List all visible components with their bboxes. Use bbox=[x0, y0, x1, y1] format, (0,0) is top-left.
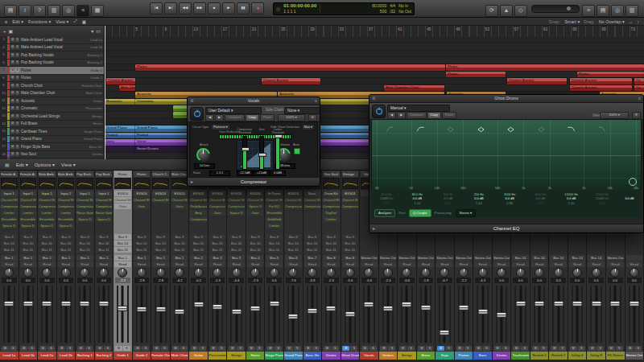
solo-button[interactable]: S bbox=[85, 346, 93, 351]
track-header-row[interactable]: 17MSFinger Style BassBass Gtr bbox=[0, 143, 104, 151]
pan-knob[interactable] bbox=[270, 268, 279, 278]
strip-name-label[interactable]: Ghost Drums bbox=[341, 352, 360, 360]
pan-knob[interactable] bbox=[288, 268, 298, 278]
prev-preset-button[interactable]: ◀ bbox=[205, 114, 214, 121]
waveform-zoom-icon[interactable]: ↔ bbox=[629, 19, 634, 24]
region[interactable]: Flutes bbox=[446, 64, 644, 71]
solo-button[interactable]: S bbox=[502, 346, 510, 351]
track-header-row[interactable]: 10MSMale Chamber ChoirMale Choir bbox=[0, 90, 104, 98]
track-header-row[interactable]: 14MSFull BrassHorns bbox=[0, 121, 104, 129]
mixer-icon[interactable]: ≡ bbox=[76, 5, 89, 17]
strip-output-slot[interactable]: Stereo Out bbox=[418, 255, 435, 261]
strip-automation-slot[interactable]: Read bbox=[39, 261, 56, 267]
strip-output-slot[interactable]: Bus 4 bbox=[247, 255, 264, 261]
mute-button[interactable]: M bbox=[588, 346, 596, 351]
q-couple-button[interactable]: Q-Couple bbox=[409, 209, 431, 217]
track-mute-button[interactable]: M bbox=[10, 53, 14, 57]
track-header-row[interactable]: 15MSCarribean TinesStage Piano bbox=[0, 128, 104, 136]
link-mode-icon[interactable]: ⟳ bbox=[308, 114, 317, 121]
strip-fader[interactable] bbox=[342, 285, 359, 343]
track-zoom-icon[interactable]: ▭ bbox=[96, 28, 101, 34]
send-slot[interactable]: Bus 9 bbox=[76, 234, 93, 240]
solo-button[interactable]: S bbox=[256, 346, 263, 351]
strip-setting-button[interactable]: Male Amb.. bbox=[39, 171, 56, 177]
strip-name-label[interactable]: Brass bbox=[417, 352, 436, 360]
strip-fader[interactable] bbox=[474, 285, 491, 343]
strip-eq-thumbnail[interactable] bbox=[342, 178, 359, 189]
track-solo-button[interactable]: S bbox=[15, 53, 19, 57]
track-mute-button[interactable]: M bbox=[10, 68, 14, 72]
mute-button[interactable]: M bbox=[324, 346, 331, 351]
send-slot[interactable]: Bus 9 bbox=[342, 234, 359, 240]
strip-output-slot[interactable]: Stereo Out bbox=[474, 255, 491, 261]
ruler[interactable]: 5913172125293337414549535761656973 bbox=[105, 26, 644, 38]
mute-button[interactable]: M bbox=[475, 346, 482, 351]
fader-cap[interactable] bbox=[345, 311, 355, 317]
mixer-menu-view[interactable]: View ▾ bbox=[61, 162, 76, 167]
strip-output-slot[interactable]: Stereo Out bbox=[436, 255, 453, 261]
fx-slot[interactable]: Channel EQ bbox=[96, 197, 113, 203]
strip-output-slot[interactable] bbox=[626, 255, 643, 261]
strip-input-slot[interactable]: Input 1 bbox=[96, 191, 113, 196]
next-preset-button[interactable]: ▶ bbox=[397, 112, 406, 119]
fx-slot[interactable]: Channel EQ bbox=[228, 197, 245, 203]
auto-release-button[interactable] bbox=[294, 148, 300, 154]
analyzer-mode[interactable]: Post bbox=[398, 211, 405, 215]
fader-cap[interactable] bbox=[42, 301, 52, 306]
track-header-row[interactable]: 13MSOrchestral Lead StringsStrings bbox=[0, 113, 104, 121]
strip-output-slot[interactable]: Bus 2 bbox=[190, 255, 207, 261]
fx-slot[interactable]: Channel EQ bbox=[171, 197, 188, 203]
track-mute-button[interactable]: M bbox=[10, 152, 14, 156]
fx-slot[interactable]: Channel EQ bbox=[20, 197, 37, 203]
strip-automation-slot[interactable]: Read bbox=[266, 261, 283, 267]
strip-output-slot[interactable]: Bus 1 bbox=[152, 255, 169, 261]
browsers-icon[interactable]: ▥ bbox=[625, 5, 638, 17]
paste-button[interactable]: Paste bbox=[260, 114, 275, 121]
region[interactable]: Romantic bbox=[105, 99, 135, 105]
pan-knob[interactable] bbox=[137, 268, 147, 278]
fx-slot[interactable]: Channel EQ bbox=[1, 197, 18, 203]
strip-name-label[interactable]: Lead 2a bbox=[38, 352, 56, 360]
circuit-type-select[interactable]: Platinum ▾ bbox=[211, 124, 230, 130]
strip-eq-thumbnail[interactable] bbox=[1, 178, 18, 189]
strip-name-label[interactable]: Drums bbox=[493, 352, 511, 360]
channel-strip-ghost-drums[interactable]: Vintage ..EXS24Channel EQCompressorBus 9… bbox=[341, 171, 361, 360]
solo-button[interactable]: S bbox=[445, 346, 452, 351]
fader-cap[interactable] bbox=[175, 309, 185, 315]
region[interactable]: Cosmic Ascent bbox=[570, 78, 632, 84]
strip-name-label[interactable]: Drums bbox=[322, 352, 341, 360]
fx-slot[interactable]: Limiter bbox=[20, 210, 37, 216]
fx-slot[interactable]: GoldVerb bbox=[266, 216, 283, 222]
solo-button[interactable]: S bbox=[559, 346, 566, 351]
fx-slot[interactable]: Compressor bbox=[96, 204, 113, 209]
fx-slot[interactable]: Space D bbox=[228, 210, 245, 216]
strip-fader[interactable] bbox=[626, 285, 643, 343]
add-track-button[interactable]: + bbox=[3, 29, 6, 34]
menu-functions[interactable]: Functions ▾ bbox=[28, 19, 51, 24]
strip-output-slot[interactable]: Bus 1 bbox=[1, 255, 18, 261]
mute-button[interactable]: M bbox=[210, 346, 217, 351]
send-slot[interactable]: Bus 11 bbox=[152, 247, 169, 253]
fader-cap[interactable] bbox=[459, 305, 469, 311]
strip-automation-slot[interactable]: Read bbox=[380, 261, 397, 267]
region[interactable]: Flutes bbox=[446, 72, 506, 78]
solo-button[interactable]: S bbox=[10, 346, 17, 351]
region[interactable] bbox=[105, 146, 135, 153]
eq-band-7-values[interactable]: 12000 Hz0.0 dB1.10 bbox=[556, 190, 587, 208]
track-solo-button[interactable]: S bbox=[15, 84, 19, 88]
go-to-beginning-button[interactable]: |◀ bbox=[150, 2, 163, 14]
strip-automation-slot[interactable]: Read bbox=[285, 261, 302, 267]
view-size-select[interactable]: 100% ▾ bbox=[600, 112, 629, 119]
strip-input-slot[interactable]: Drum Kit bbox=[323, 191, 340, 196]
track-solo-button[interactable]: S bbox=[15, 45, 19, 49]
strip-automation-slot[interactable]: Read bbox=[209, 261, 226, 267]
strip-automation-slot[interactable]: Read bbox=[134, 261, 151, 267]
solo-button[interactable]: S bbox=[237, 346, 244, 351]
pan-knob[interactable] bbox=[4, 268, 14, 278]
mute-button[interactable]: M bbox=[418, 346, 425, 351]
solo-button[interactable]: S bbox=[388, 346, 395, 351]
fader-cap[interactable] bbox=[269, 301, 279, 306]
next-preset-button[interactable]: ▶ bbox=[215, 114, 224, 121]
fx-slot[interactable]: Channel EQ bbox=[304, 197, 321, 203]
mute-button[interactable]: M bbox=[77, 346, 85, 351]
